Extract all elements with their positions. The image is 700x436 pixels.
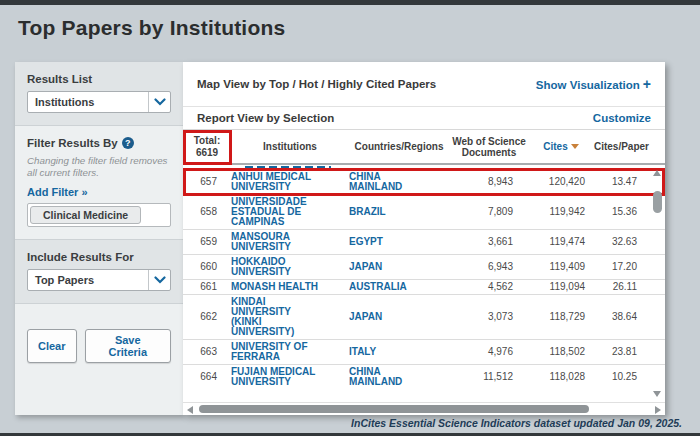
rank-cell: 660 [183,262,231,272]
table-row[interactable]: 664 FUJIAN MEDICAL UNIVERSITY CHINA MAIN… [183,365,665,389]
filter-label-text: Filter Results By [27,137,118,149]
country-cell: JAPAN [349,262,449,272]
scroll-left-icon[interactable] [187,406,193,414]
cites-cell: 118,502 [529,347,593,357]
report-view-header: Report View by Selection Customize [183,107,665,130]
results-list-dropdown[interactable]: Institutions [27,91,171,113]
docs-cell: 8,943 [449,177,529,187]
docs-cell: 4,562 [449,282,529,292]
institution-link[interactable]: KINDAI UNIVERSITY (KINKI UNIVERSITY) [231,297,349,337]
institution-link[interactable]: HOKKAIDO UNIVERSITY [231,257,349,277]
scroll-down-icon[interactable] [653,391,661,397]
table-body: 657 ANHUI MEDICAL UNIVERSITY CHINA MAINL… [183,165,665,402]
institution-link[interactable]: FUJIAN MEDICAL UNIVERSITY [231,367,349,387]
country-cell: BRAZIL [349,207,449,217]
dataset-footer-note: InCites Essential Science Indicators dat… [351,417,682,429]
show-visualization-label: Show Visualization [536,79,640,91]
docs-cell: 3,661 [449,237,529,247]
cites-per-paper-cell: 32.63 [593,237,653,247]
cites-cell: 119,942 [529,207,593,217]
filter-chip[interactable]: Clinical Medicine [30,206,141,224]
plus-icon: + [643,76,651,92]
institution-link[interactable]: ANHUI MEDICAL UNIVERSITY [231,172,349,192]
table-row[interactable]: 657 ANHUI MEDICAL UNIVERSITY CHINA MAINL… [183,170,665,195]
rank-cell: 657 [183,177,231,187]
sidebar-buttons: Clear Save Criteria [27,315,171,363]
cites-per-paper-cell: 23.81 [593,347,653,357]
total-value: 6619 [183,147,231,159]
docs-cell: 4,976 [449,347,529,357]
institution-link[interactable]: UNIVERSITY OF FERRARA [231,342,349,362]
column-header-countries[interactable]: Countries/Regions [349,141,449,152]
country-cell: ITALY [349,347,449,357]
horizontal-scrollbar-thumb[interactable] [199,405,589,413]
table-header: Total: 6619 Institutions Countries/Regio… [183,130,665,165]
table-row[interactable]: 660 HOKKAIDO UNIVERSITY JAPAN 6,943 119,… [183,255,665,280]
column-header-cites-per-paper[interactable]: Cites/Paper [593,141,653,152]
cites-per-paper-cell: 10.25 [593,372,653,382]
total-count-header: Total: 6619 [183,135,231,159]
cites-per-paper-cell: 17.20 [593,262,653,272]
map-view-title: Map View by Top / Hot / Highly Cited Pap… [197,78,436,90]
page-title: Top Papers by Institutions [18,16,285,40]
include-results-section: Include Results For Top Papers [15,240,183,304]
sort-descending-icon [571,144,579,149]
scroll-right-icon[interactable] [655,406,661,414]
column-header-institutions[interactable]: Institutions [231,141,349,152]
column-header-wos-documents[interactable]: Web of Science Documents [449,136,529,158]
cites-cell: 118,028 [529,372,593,382]
results-list-section: Results List Institutions [15,62,183,126]
institution-link[interactable]: MONASH HEALTH [231,282,349,292]
horizontal-scrollbar[interactable] [183,402,665,415]
rank-cell: 663 [183,347,231,357]
rank-cell: 659 [183,237,231,247]
rank-cell: 664 [183,372,231,382]
cites-cell: 119,409 [529,262,593,272]
country-cell: AUSTRALIA [349,282,449,292]
country-cell: JAPAN [349,312,449,322]
vertical-scrollbar[interactable] [651,165,664,402]
filter-label: Filter Results By? [27,137,171,149]
sidebar: Results List Institutions Filter Results… [15,62,183,415]
cites-per-paper-cell: 26.11 [593,282,653,292]
institution-link[interactable]: MANSOURA UNIVERSITY [231,232,349,252]
scroll-up-icon[interactable] [653,170,661,176]
report-panel: Map View by Top / Hot / Highly Cited Pap… [183,62,665,415]
docs-cell: 7,809 [449,207,529,217]
save-criteria-button[interactable]: Save Criteria [85,329,171,363]
add-filter-link[interactable]: Add Filter » [27,186,88,198]
filter-section: Filter Results By? Changing the filter f… [15,126,183,240]
cites-cell: 118,729 [529,312,593,322]
help-icon[interactable]: ? [122,137,134,149]
show-visualization-link[interactable]: Show Visualization+ [536,76,651,92]
include-results-label: Include Results For [27,251,171,263]
chevron-down-icon [148,92,170,112]
main-layout: Results List Institutions Filter Results… [15,62,665,415]
clear-button[interactable]: Clear [27,329,77,363]
cites-per-paper-cell: 13.47 [593,177,653,187]
chevron-down-icon [148,270,170,290]
map-view-header: Map View by Top / Hot / Highly Cited Pap… [183,62,665,107]
docs-cell: 6,943 [449,262,529,272]
cites-per-paper-cell: 38.64 [593,312,653,322]
rank-cell: 658 [183,207,231,217]
table-row[interactable]: 659 MANSOURA UNIVERSITY EGYPT 3,661 119,… [183,230,665,255]
filter-note: Changing the filter field removes all cu… [27,155,171,179]
top-border-strip [0,0,700,5]
docs-cell: 3,073 [449,312,529,322]
table-row[interactable]: 662 KINDAI UNIVERSITY (KINKI UNIVERSITY)… [183,295,665,340]
institution-link[interactable]: UNIVERSIDADE ESTADUAL DE CAMPINAS [231,197,349,227]
rank-cell: 662 [183,312,231,322]
customize-link[interactable]: Customize [593,112,651,124]
filter-input[interactable]: Clinical Medicine [27,203,171,227]
rank-cell: 661 [183,282,231,292]
sidebar-actions-section: Clear Save Criteria [15,304,183,415]
include-results-dropdown[interactable]: Top Papers [27,269,171,291]
vertical-scrollbar-thumb[interactable] [653,191,662,213]
cites-cell: 119,094 [529,282,593,292]
table-row[interactable]: 663 UNIVERSITY OF FERRARA ITALY 4,976 11… [183,340,665,365]
table-row[interactable]: 658 UNIVERSIDADE ESTADUAL DE CAMPINAS BR… [183,195,665,230]
table-row[interactable]: 661 MONASH HEALTH AUSTRALIA 4,562 119,09… [183,280,665,295]
cites-cell: 119,474 [529,237,593,247]
column-header-cites[interactable]: Cites [529,141,593,152]
